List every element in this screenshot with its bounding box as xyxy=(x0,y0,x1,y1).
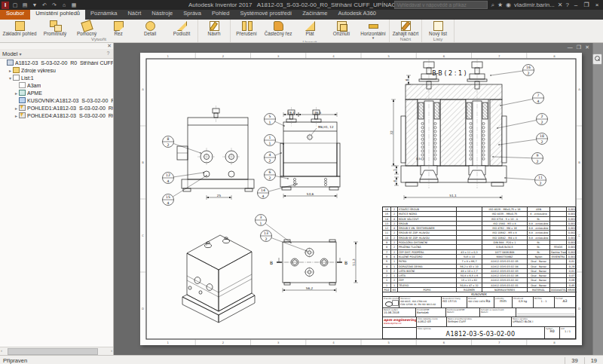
ribbon-tab-pohled[interactable]: Pohled xyxy=(207,8,234,20)
ribbon: Základní pohledPromítnutýPomocnýŘezDetai… xyxy=(0,20,603,43)
svg-text:8: 8 xyxy=(167,137,170,141)
side-view[interactable] xyxy=(280,107,340,190)
castecny-rez-button[interactable]: Částečný řez xyxy=(262,20,294,39)
horizontalni-button[interactable]: Horizontální▾ xyxy=(357,20,389,39)
svg-text:25: 25 xyxy=(217,194,222,197)
doc-close-icon[interactable]: ✕ xyxy=(585,44,589,50)
isometric-view[interactable] xyxy=(182,235,255,323)
tree-item-kusovnik[interactable]: KUSOVNÍK:A1812-03_S-03-02-00_R0_Stříhání… xyxy=(0,96,113,104)
tree-expander-icon[interactable]: ▸ xyxy=(14,90,19,96)
zahajit-nacrt-button[interactable]: Zahájit náčrt xyxy=(390,20,421,36)
dimension-side-left: 19,3 xyxy=(283,111,298,118)
minimize-button[interactable]: – xyxy=(572,2,580,8)
podlozit-button[interactable]: Podložit xyxy=(166,20,197,36)
search-icon[interactable]: ⌕ xyxy=(491,0,494,10)
browser-header[interactable]: Model ▾ ？ xyxy=(0,49,113,59)
svg-text:7: 7 xyxy=(498,341,500,344)
svg-text:2: 2 xyxy=(269,159,271,163)
redo-icon[interactable]: ↷ xyxy=(51,2,58,9)
tree-item-zdroje-vykresu[interactable]: ▸Zdroje výkresu xyxy=(0,66,113,74)
balloon-12: 124 xyxy=(163,172,204,183)
oriznuti-button[interactable]: Oříznutí xyxy=(326,20,357,39)
pomocny-button[interactable]: Pomocný xyxy=(71,20,103,36)
parts-list-cell: DODAVATEL xyxy=(550,288,567,292)
open-file-icon[interactable]: ▤ xyxy=(21,2,29,9)
scroll-left-icon[interactable]: ‹ xyxy=(1,347,2,354)
inventor-logo-icon[interactable]: I xyxy=(2,2,9,9)
navigation-bar[interactable] xyxy=(592,43,603,355)
panel-close-icon[interactable]: ✕ xyxy=(107,43,112,49)
tree-item-a1812-03-s-03[interactable]: A1812-03_S-03-02-00_R0_Stříhání CUFF_UPÍ… xyxy=(0,59,113,66)
navrh-button[interactable]: Návrh xyxy=(198,20,230,36)
new-file-icon[interactable]: ▢ xyxy=(11,2,19,9)
restore-button[interactable]: ❐ xyxy=(583,2,590,8)
user-name[interactable]: vladimir.barin... xyxy=(514,0,555,10)
save-icon[interactable]: ▼ xyxy=(31,2,38,9)
browser-hscrollbar[interactable]: ‹ › xyxy=(0,347,113,355)
doc-restore-icon[interactable]: ❐ xyxy=(577,44,581,50)
section-view[interactable] xyxy=(401,59,507,188)
help-icon[interactable]: ? xyxy=(566,0,569,10)
promitnuty-button[interactable]: Promítnutý xyxy=(39,20,71,36)
ribbon-tab-autodesk-a360[interactable]: Autodesk A360 xyxy=(333,8,381,20)
tree-expander-icon[interactable]: ▸ xyxy=(14,113,19,118)
svg-text:B: B xyxy=(578,161,580,164)
ribbon-tab-poznamka[interactable]: Poznámka xyxy=(85,8,122,20)
chevron-down-icon[interactable]: ▾ xyxy=(19,51,21,57)
rez-button[interactable]: Řez xyxy=(103,20,134,36)
doc-icon xyxy=(7,60,14,66)
ribbon-tab-zaciname[interactable]: Začínáme xyxy=(297,8,332,20)
novy-list-button[interactable]: Nový list xyxy=(422,20,454,36)
favorites-star-icon[interactable]: ★ xyxy=(497,0,503,10)
svg-text:4: 4 xyxy=(332,341,335,344)
help-circle-icon[interactable]: ？ xyxy=(106,50,111,57)
zoom-tool-icon[interactable] xyxy=(592,54,602,65)
product-cell: Název výrobku UPÍNACÍ BLOK I xyxy=(512,317,575,327)
tree-expander-icon[interactable]: ▸ xyxy=(8,68,13,73)
view-icon xyxy=(19,112,26,118)
revision-cell: Vydání R0 xyxy=(545,327,560,338)
svg-text:D: D xyxy=(578,307,580,310)
drawing-sheet[interactable]: 1122334455667788AABBCCDD 2519,336,553,63… xyxy=(140,53,582,345)
svg-text:15: 15 xyxy=(166,195,170,199)
drawing-canvas[interactable]: — ❐ ✕ xyxy=(114,43,603,355)
balloon-5: 51 xyxy=(265,114,285,127)
undo-icon[interactable]: ↶ xyxy=(41,2,48,9)
tree-item-pohled1[interactable]: ▸POHLED1:A1812-03_S-03-02-00_R0_Stříhání… xyxy=(0,104,113,112)
preruseni-button[interactable]: Přerušení xyxy=(231,20,262,39)
border-icon xyxy=(19,82,26,88)
print-icon[interactable]: ▦ xyxy=(70,2,78,9)
svg-text:36,5: 36,5 xyxy=(314,111,322,115)
tree-expander-icon[interactable]: ▾ xyxy=(8,75,13,81)
file-menu-button[interactable]: Soubor xyxy=(0,8,30,20)
logo-cell: apm engineering www.apme.cz xyxy=(383,317,417,327)
tree-item-pohled4[interactable]: ▸POHLED4:A1812-03_S-03-02-00_R0_Stříhání… xyxy=(0,112,113,119)
home-icon[interactable]: ⌂ xyxy=(60,2,68,9)
doc-minimize-icon[interactable]: — xyxy=(568,44,573,50)
ribbon-tab-umisteni-pohledu[interactable]: Umístění pohledů xyxy=(30,8,85,20)
svg-text:A: A xyxy=(578,87,580,91)
tree-expander-icon[interactable]: ▸ xyxy=(14,106,19,111)
svg-text:1: 1 xyxy=(167,341,169,344)
svg-text:4: 4 xyxy=(262,194,265,198)
front-view[interactable] xyxy=(177,106,254,191)
top-view[interactable] xyxy=(277,240,342,285)
tree-item-a3am[interactable]: A3am xyxy=(0,81,113,89)
tree-item-apme[interactable]: ▸APME xyxy=(0,89,113,96)
scrollbar-thumb[interactable] xyxy=(8,348,98,355)
svg-text:9: 9 xyxy=(537,154,539,158)
search-input[interactable] xyxy=(394,1,488,9)
scroll-right-icon[interactable]: › xyxy=(111,347,112,354)
zakladni-pohled-button[interactable]: Základní pohled xyxy=(0,20,39,36)
detail-button[interactable]: Detail xyxy=(134,20,166,36)
button-label: Pomocný xyxy=(77,31,96,36)
close-button[interactable]: × xyxy=(593,2,601,8)
ribbon-tab-nacrt[interactable]: Náčrt xyxy=(122,8,146,20)
ribbon-tab-sprava[interactable]: Správa xyxy=(178,8,207,20)
ribbon-tab-nastroje[interactable]: Nástroje xyxy=(146,8,178,20)
plat-button[interactable]: Plát xyxy=(294,20,326,39)
ribbon-tab-systemove-prostredi[interactable]: Systémové prostředí xyxy=(234,8,297,20)
a360-icon[interactable]: ✕ xyxy=(558,0,563,10)
tree-item-list[interactable]: ▾List:1 xyxy=(0,74,113,81)
ribbon-group-label xyxy=(198,36,230,42)
